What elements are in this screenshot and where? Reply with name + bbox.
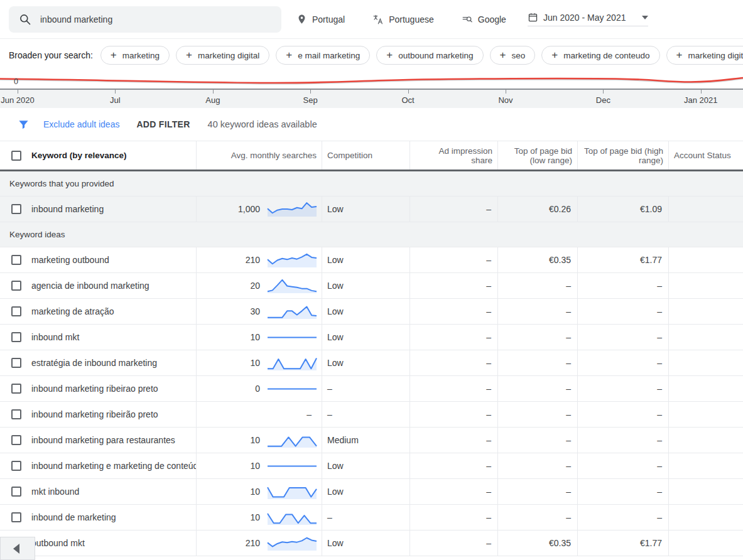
row-checkbox[interactable]: [11, 512, 21, 522]
broaden-chip[interactable]: +marketing digital marketing: [666, 46, 743, 65]
ad-impression-share-cell: –: [410, 376, 498, 401]
trend-sparkline: [266, 302, 318, 321]
keyword-cell: marketing outbound: [0, 247, 197, 272]
row-checkbox[interactable]: [11, 255, 21, 265]
keyword-text: outbound mkt: [31, 538, 85, 548]
plus-icon: +: [676, 49, 683, 62]
bid-high-cell: €1.09: [578, 197, 669, 222]
trend-sparkline: [266, 353, 318, 372]
bid-low-cell: –: [498, 505, 578, 530]
chip-label: outbound marketing: [398, 51, 473, 60]
broaden-chip[interactable]: +outbound marketing: [376, 46, 483, 65]
chip-label: marketing de conteudo: [563, 51, 649, 60]
row-checkbox[interactable]: [11, 306, 21, 316]
bid-high-cell: –: [578, 428, 669, 453]
keyword-table: Keyword (by relevance) Avg. monthly sear…: [0, 141, 743, 556]
row-checkbox[interactable]: [11, 384, 21, 394]
avg-monthly-searches-cell: 210: [197, 530, 322, 556]
row-checkbox[interactable]: [11, 487, 21, 497]
column-header-competition[interactable]: Competition: [322, 141, 410, 170]
ad-impression-share-cell: –: [410, 197, 498, 222]
topbar: inbound marketing Portugal Portuguese Go…: [0, 0, 743, 39]
filter-funnel-icon[interactable]: [18, 119, 30, 131]
column-header-ad-impression-share[interactable]: Ad impression share: [410, 141, 498, 170]
column-header-keyword[interactable]: Keyword (by relevance): [0, 141, 197, 170]
searches-value: 210: [246, 255, 260, 265]
row-checkbox[interactable]: [11, 281, 21, 291]
bid-low-cell: –: [498, 299, 578, 324]
column-header-top-of-page-bid-low[interactable]: Top of page bid (low range): [498, 141, 578, 170]
language-selector[interactable]: Portuguese: [372, 14, 434, 25]
table-row: inbound marketing para restaurantes 10 M…: [0, 428, 743, 453]
keyword-text: agencia de inbound marketing: [31, 281, 149, 291]
bid-low-cell: €0.35: [498, 247, 578, 272]
ad-impression-share-cell: –: [410, 299, 498, 324]
searches-value: 10: [250, 461, 260, 471]
broaden-chip[interactable]: +seo: [490, 46, 536, 65]
competition-cell: Low: [322, 350, 410, 375]
broaden-chip[interactable]: +marketing: [100, 46, 170, 65]
broaden-chip[interactable]: +e mail marketing: [276, 46, 370, 65]
table-row: outbound mkt 210 Low – €0.35 €1.77: [0, 530, 743, 556]
search-icon: [19, 13, 31, 26]
keyword-cell: estratégia de inbound marketing: [0, 350, 197, 375]
account-status-cell: [669, 376, 743, 401]
column-header-avg-monthly-searches[interactable]: Avg. monthly searches: [197, 141, 322, 170]
row-checkbox[interactable]: [11, 461, 21, 471]
keyword-cell: marketing de atração: [0, 299, 197, 324]
trend-sparkline: [266, 200, 318, 218]
horizontal-scroll-left-button[interactable]: [0, 537, 35, 560]
broaden-chip[interactable]: +marketing digital: [176, 46, 269, 65]
table-row: marketing outbound 210 Low – €0.35 €1.77: [0, 247, 743, 273]
date-range-selector[interactable]: Jun 2020 - May 2021: [528, 12, 649, 26]
language-label: Portuguese: [389, 14, 434, 24]
network-selector[interactable]: Google: [462, 14, 506, 25]
keyword-text: inbound marketing e marketing de conteúd…: [31, 461, 197, 471]
chip-label: marketing digital: [198, 51, 259, 60]
select-all-checkbox[interactable]: [11, 151, 21, 161]
bid-low-cell: –: [498, 273, 578, 298]
keyword-ideas-count: 40 keyword ideas available: [208, 119, 317, 129]
competition-cell: Low: [322, 197, 410, 222]
row-checkbox[interactable]: [11, 204, 21, 214]
axis-tick: [115, 90, 116, 94]
calendar-icon: [528, 12, 538, 23]
bid-low-cell: €0.35: [498, 530, 578, 556]
plus-icon: +: [286, 49, 292, 62]
table-section-header: Keyword ideas: [0, 222, 743, 247]
account-status-cell: [669, 453, 743, 478]
ad-impression-share-cell: –: [410, 453, 498, 478]
trend-sparkline: [266, 534, 318, 552]
column-header-account-status[interactable]: Account Status: [669, 141, 743, 170]
exclude-adult-ideas-link[interactable]: Exclude adult ideas: [43, 119, 119, 129]
row-checkbox[interactable]: [11, 358, 21, 368]
search-networks-icon: [462, 14, 473, 25]
ad-impression-share-cell: –: [410, 402, 498, 427]
ad-impression-share-cell: –: [410, 505, 498, 530]
keyword-text: inbound marketing para restaurantes: [31, 435, 175, 445]
bid-high-cell: –: [578, 505, 669, 530]
competition-cell: Low: [322, 247, 410, 272]
add-filter-button[interactable]: ADD FILTER: [136, 119, 190, 129]
column-header-top-of-page-bid-high[interactable]: Top of page bid (high range): [578, 141, 669, 170]
chip-label: marketing: [122, 51, 160, 60]
search-input[interactable]: inbound marketing: [9, 6, 281, 33]
chevron-down-icon: [642, 16, 648, 19]
table-row: mkt inbound 10 Low – – –: [0, 479, 743, 505]
trend-line: [0, 72, 743, 89]
keyword-text: marketing de atração: [31, 306, 114, 316]
bid-high-cell: –: [578, 376, 669, 401]
row-checkbox[interactable]: [11, 332, 21, 342]
account-status-cell: [669, 350, 743, 375]
location-selector[interactable]: Portugal: [296, 14, 345, 24]
row-checkbox[interactable]: [11, 409, 21, 419]
broaden-chip[interactable]: +marketing de conteudo: [541, 46, 659, 65]
account-status-cell: [669, 247, 743, 272]
keyword-text: inbound mkt: [31, 332, 79, 342]
row-checkbox[interactable]: [11, 435, 21, 445]
searches-value: 10: [250, 487, 260, 497]
avg-monthly-searches-cell: 20: [197, 273, 322, 298]
account-status-cell: [669, 273, 743, 298]
axis-tick: [701, 90, 702, 94]
searches-value: 20: [250, 281, 260, 291]
